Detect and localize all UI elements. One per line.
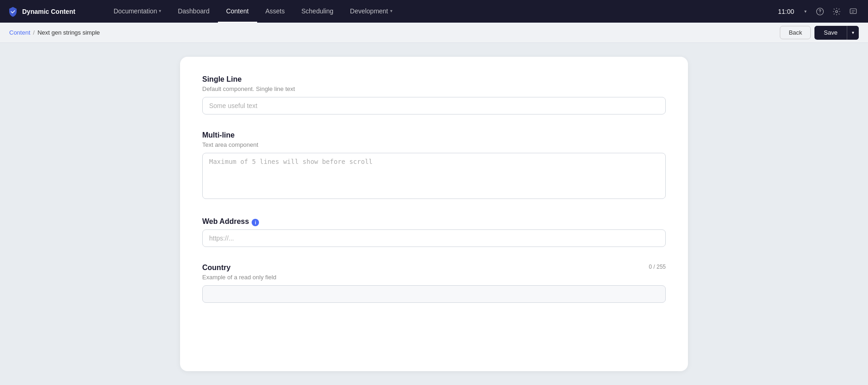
field-description-multi-line: Text area component [202, 141, 666, 148]
field-description-country: Example of a read only field [202, 274, 276, 281]
settings-button[interactable] [829, 4, 844, 19]
nav-items: Documentation ▾ Dashboard Content Assets… [105, 0, 771, 23]
back-button[interactable]: Back [780, 26, 811, 39]
nav-item-scheduling[interactable]: Scheduling [293, 0, 342, 23]
save-dropdown-button[interactable]: ▾ [847, 26, 859, 40]
field-label-web-address: Web Address [202, 217, 249, 226]
app-logo[interactable]: Dynamic Content [0, 0, 105, 23]
web-address-input[interactable] [202, 229, 666, 247]
nav-item-assets[interactable]: Assets [257, 0, 293, 23]
field-group-country: Country Example of a read only field 0 /… [202, 264, 666, 303]
help-button[interactable] [813, 4, 827, 19]
field-label-country: Country [202, 264, 276, 272]
breadcrumb-actions: Back Save ▾ [780, 26, 859, 40]
user-icon [849, 7, 857, 16]
breadcrumb-current: Next gen strings simple [37, 29, 100, 36]
app-title: Dynamic Content [22, 8, 75, 15]
char-count-country: 0 / 255 [649, 264, 666, 270]
form-card: Single Line Default component. Single li… [180, 57, 688, 371]
app-logo-icon [7, 6, 18, 17]
help-icon [816, 7, 824, 16]
svg-point-1 [820, 12, 820, 13]
field-group-single-line: Single Line Default component. Single li… [202, 75, 666, 114]
svg-point-2 [836, 10, 838, 12]
field-header-web-address: Web Address i [202, 217, 666, 228]
gear-icon [832, 7, 841, 16]
breadcrumb: Content / Next gen strings simple [9, 29, 780, 36]
breadcrumb-bar: Content / Next gen strings simple Back S… [0, 23, 868, 43]
country-input [202, 285, 666, 303]
profile-button[interactable] [846, 4, 861, 19]
field-label-single-line: Single Line [202, 75, 666, 84]
nav-item-development[interactable]: Development ▾ [342, 0, 401, 23]
time-display: 11:00 [778, 8, 794, 15]
nav-item-documentation[interactable]: Documentation ▾ [105, 0, 169, 23]
field-header-country: Country Example of a read only field 0 /… [202, 264, 666, 285]
time-dropdown-icon[interactable]: ▾ [800, 4, 811, 19]
field-group-multi-line: Multi-line Text area component [202, 131, 666, 201]
chevron-down-icon: ▾ [159, 8, 161, 13]
field-label-multi-line: Multi-line [202, 131, 666, 139]
field-group-web-address: Web Address i [202, 217, 666, 247]
save-button[interactable]: Save [814, 26, 847, 39]
multi-line-input[interactable] [202, 153, 666, 199]
svg-rect-3 [850, 9, 856, 14]
nav-item-content[interactable]: Content [218, 0, 257, 23]
nav-right: 11:00 ▾ [771, 4, 868, 19]
single-line-input[interactable] [202, 97, 666, 114]
breadcrumb-separator: / [33, 29, 35, 36]
chevron-down-icon: ▾ [390, 8, 392, 13]
nav-item-dashboard[interactable]: Dashboard [169, 0, 218, 23]
breadcrumb-root[interactable]: Content [9, 29, 30, 36]
main-content: Single Line Default component. Single li… [0, 43, 868, 385]
save-button-group: Save ▾ [814, 26, 859, 40]
info-icon-web-address[interactable]: i [252, 219, 259, 226]
field-description-single-line: Default component. Single line text [202, 85, 666, 92]
top-navigation: Dynamic Content Documentation ▾ Dashboar… [0, 0, 868, 23]
